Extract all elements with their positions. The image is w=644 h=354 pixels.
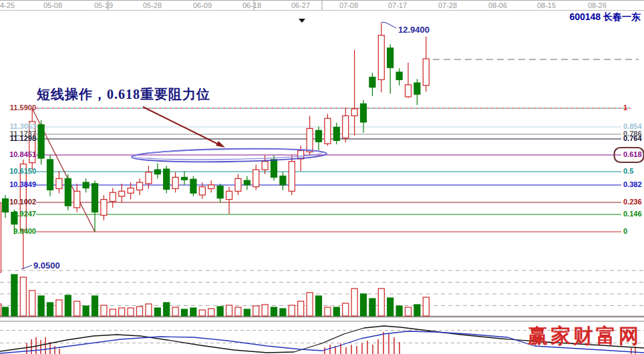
annotation-arrow-head <box>216 141 225 148</box>
volume-bar <box>190 308 196 316</box>
low-price-label: 9.0500 <box>33 260 60 271</box>
chart-canvas[interactable] <box>0 0 644 354</box>
candle-body <box>280 176 286 185</box>
candle-body <box>172 177 178 188</box>
candle-body <box>262 162 268 170</box>
volume-bar <box>423 297 429 316</box>
date-label: 04-25 <box>0 1 15 9</box>
volume-bar <box>396 306 402 316</box>
watermark-logo: 赢家财富网 <box>528 323 641 350</box>
candle-body <box>137 182 143 190</box>
candle-body <box>47 160 53 190</box>
candle-body <box>65 178 71 206</box>
volume-bar <box>172 307 178 316</box>
fib-price-label: 9.9247 <box>0 210 36 218</box>
candle-body <box>369 77 375 87</box>
candle-body <box>199 187 205 195</box>
stock-title: 600148 长春一东 <box>569 11 641 23</box>
volume-bar <box>343 303 349 316</box>
fib-price-label: 10.3849 <box>0 180 36 189</box>
volume-bar <box>217 307 223 316</box>
peak-price-label: 12.9400 <box>398 25 430 35</box>
volume-bar <box>199 310 205 316</box>
volume-bar <box>38 296 44 316</box>
date-label: 07-08 <box>339 1 358 9</box>
candle-body <box>343 116 349 138</box>
fib-price-label: 10.6150 <box>0 167 36 176</box>
candle-body <box>128 188 134 194</box>
volume-bar <box>11 275 17 316</box>
annotation-note: 短线操作，0.618重要阻力位 <box>37 85 210 104</box>
candle-body <box>182 177 188 180</box>
date-label: 05-08 <box>43 1 62 9</box>
volume-bar <box>361 294 367 316</box>
candle-body <box>325 118 331 144</box>
volume-bar <box>387 298 393 316</box>
volume-bar <box>307 293 313 316</box>
candle-body <box>406 85 412 97</box>
candle-body <box>423 59 429 85</box>
date-label: 07-17 <box>388 1 407 9</box>
volume-bar <box>74 301 80 316</box>
candle-body <box>414 83 420 94</box>
candle-body <box>56 178 62 188</box>
stock-chart-window: 04-2505-0805-1905-2806-0906-1806-2707-08… <box>0 0 644 354</box>
volume-bar <box>128 308 134 316</box>
peak-label-connector <box>381 22 396 28</box>
fib-price-label: 11.1298 <box>0 134 36 143</box>
volume-bar <box>351 289 357 316</box>
volume-bar <box>119 308 125 316</box>
volume-bar <box>137 307 143 316</box>
volume-bar <box>333 307 339 316</box>
candle-body <box>226 191 232 199</box>
volume-bar <box>83 306 89 316</box>
annotation-arrow-line <box>143 107 221 146</box>
candle-body <box>146 172 152 184</box>
volume-bar <box>3 307 9 316</box>
fib-price-label: 9.6400 <box>0 227 36 236</box>
candle-body <box>83 182 89 188</box>
candle-body <box>244 180 250 185</box>
fib-ratio-label: 0.382 <box>623 180 642 189</box>
candle-body <box>92 184 98 212</box>
volume-bar <box>29 291 35 316</box>
volume-bar <box>406 307 412 316</box>
candle-body <box>235 178 241 191</box>
volume-bar <box>262 305 268 316</box>
candle-body <box>74 191 80 208</box>
fib-ratio-label: 1 <box>623 104 627 112</box>
candle-body <box>208 185 214 189</box>
volume-bar <box>208 309 214 316</box>
candle-body <box>316 130 322 142</box>
candle-body <box>217 186 223 198</box>
fib-ratio-label: 0.146 <box>623 210 642 218</box>
candle-body <box>190 179 196 193</box>
volume-bar <box>271 307 277 316</box>
candle-body <box>119 191 125 196</box>
fib-ratio-label: 0 <box>623 227 627 236</box>
candle-body <box>307 128 313 152</box>
volume-bar <box>47 303 53 316</box>
fib-price-label: 11.5900 <box>0 104 36 112</box>
candle-body <box>253 170 259 187</box>
candle-body <box>378 35 384 79</box>
fib-ratio-label: 0.764 <box>623 134 642 143</box>
candle-body <box>110 192 116 201</box>
volume-bar <box>182 309 188 316</box>
volume-bar <box>101 305 107 316</box>
candle-body <box>351 109 357 116</box>
volume-bar <box>325 307 331 316</box>
date-label: 08-15 <box>537 1 556 9</box>
candle-body <box>101 200 107 216</box>
date-label: 08-26 <box>588 1 607 9</box>
volume-bar <box>244 309 250 316</box>
fib-price-label: 10.1002 <box>0 198 36 206</box>
volume-bar <box>65 295 71 316</box>
fib-price-label: 10.8451 <box>0 150 36 159</box>
volume-bar <box>154 308 160 316</box>
volume-bar <box>0 304 1 316</box>
candle-body <box>396 72 402 79</box>
volume-bar <box>378 289 384 316</box>
volume-bar <box>110 309 116 316</box>
candle-body <box>164 169 170 189</box>
